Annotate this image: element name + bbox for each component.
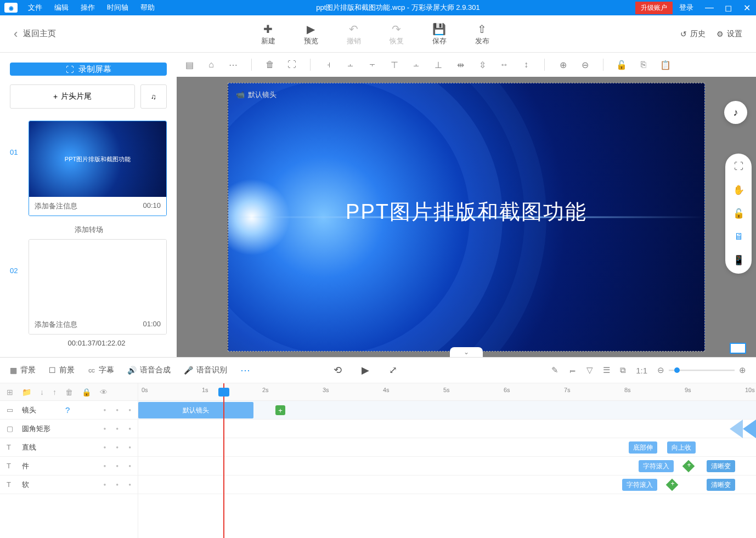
trash-icon[interactable]: 🗑 (65, 388, 73, 397)
display-icon[interactable]: 🖥 (734, 231, 743, 242)
menu-file[interactable]: 文件 (22, 3, 48, 13)
paste-icon[interactable]: 📋 (659, 60, 672, 70)
copy-icon[interactable]: ⎘ (637, 60, 650, 70)
timeline-ruler[interactable]: 0s1s2s3s4s5s6s7s8s9s10s (138, 383, 756, 401)
add-transition-button[interactable]: 添加转场 (29, 220, 149, 239)
slide-item-1[interactable]: 01 PPT图片排版和截图功能 添加备注信息00:10 (10, 121, 167, 216)
anim-tag[interactable]: 底部伸 (629, 441, 657, 454)
dist-v-icon[interactable]: ⇳ (476, 60, 488, 70)
playhead[interactable] (223, 383, 224, 538)
hand-icon[interactable]: ✋ (733, 184, 744, 196)
close-icon[interactable]: ✕ (737, 3, 756, 13)
anim-tag[interactable]: 字符滚入 (639, 460, 674, 472)
folder-icon[interactable]: 📁 (22, 388, 31, 397)
canvas-frame[interactable]: 📹默认镜头 PPT图片排版和截图功能 (228, 83, 705, 352)
zoom-in-icon[interactable]: ⊕ (739, 365, 746, 375)
funnel-icon[interactable]: ▽ (586, 365, 593, 375)
fullscreen-icon[interactable]: ⛶ (734, 161, 743, 172)
track-header[interactable]: T软●●● (0, 475, 138, 494)
collapse-handle[interactable]: ⌄ (450, 347, 483, 357)
up-icon[interactable]: ↑ (53, 388, 57, 397)
zoom-in-icon[interactable]: ⊕ (557, 60, 569, 70)
minimize-icon[interactable]: — (700, 3, 719, 13)
tab-前景[interactable]: ☐前景 (49, 365, 75, 375)
zoom-slider[interactable]: ⊖ ⊕ (657, 365, 746, 375)
align-right-icon[interactable]: ⫟ (366, 60, 379, 70)
home-icon[interactable]: ⌂ (205, 60, 217, 70)
eye-icon[interactable]: 👁 (100, 388, 108, 397)
slide-note[interactable]: 添加备注信息 (35, 201, 77, 211)
same-width-icon[interactable]: ↔ (498, 60, 510, 70)
menu-action[interactable]: 操作 (75, 3, 101, 13)
publish-button[interactable]: ⇧发布 (475, 22, 489, 46)
tab-背景[interactable]: ▦背景 (10, 365, 36, 375)
unlock-icon[interactable]: 🔓 (616, 60, 628, 70)
fit-icon[interactable]: ⧉ (620, 365, 626, 375)
delete-icon[interactable]: 🗑 (264, 60, 276, 70)
tab-字幕[interactable]: ㏄字幕 (88, 365, 114, 375)
keyframe-icon[interactable] (666, 479, 679, 491)
music-button[interactable]: ♫ (140, 84, 167, 109)
intro-outro-button[interactable]: +片头片尾 (10, 84, 135, 109)
align-center-icon[interactable]: ⫠ (345, 60, 357, 70)
canvas-headline[interactable]: PPT图片排版和截图功能 (346, 197, 587, 225)
same-height-icon[interactable]: ↕ (520, 60, 532, 70)
track-row[interactable]: 字符滚入 清晰变 (138, 457, 756, 475)
track-header[interactable]: T直线●●● (0, 438, 138, 457)
help-icon[interactable]: ? (65, 405, 70, 415)
music-fab[interactable]: ♪ (724, 101, 747, 124)
settings-button[interactable]: ⚙设置 (716, 29, 742, 39)
align-left-icon[interactable]: ⫞ (323, 60, 335, 70)
aspect-indicator[interactable] (730, 343, 746, 354)
play-icon[interactable]: ▶ (362, 364, 369, 376)
crop-icon[interactable]: ⛶ (286, 60, 298, 70)
lock-icon[interactable]: 🔒 (82, 388, 91, 397)
add-keyframe-icon[interactable]: + (275, 405, 285, 415)
lock-icon[interactable]: 🔓 (733, 208, 744, 219)
ratio-icon[interactable]: 1:1 (636, 366, 647, 375)
tab-语音识别[interactable]: 🎤语音识别 (184, 365, 227, 375)
more-icon[interactable]: ⋯ (227, 60, 239, 70)
track-row[interactable]: 底部伸 向上收 (138, 438, 756, 457)
edit-icon[interactable]: ✎ (551, 365, 558, 375)
anim-tag[interactable]: 清晰变 (707, 460, 735, 472)
track-header[interactable]: ▢圆角矩形●●● (0, 420, 138, 438)
track-row[interactable]: 字符滚入 清晰变 (138, 475, 756, 494)
filter-icon[interactable]: ⫭ (568, 366, 577, 375)
record-screen-button[interactable]: ⛶录制屏幕 (10, 63, 167, 76)
anim-tag[interactable]: 向上收 (667, 441, 696, 454)
layer-icon[interactable]: ▤ (183, 60, 195, 70)
align-top-icon[interactable]: ⊤ (388, 60, 400, 70)
history-button[interactable]: ↺历史 (680, 29, 706, 39)
track-header[interactable]: ▭镜头?●●● (0, 401, 138, 420)
new-button[interactable]: ✚新建 (261, 22, 275, 46)
tab-语音合成[interactable]: 🔊语音合成 (127, 365, 171, 375)
expand-icon[interactable]: ⤢ (389, 364, 397, 376)
maximize-icon[interactable]: ◻ (719, 3, 737, 13)
zoom-out-icon[interactable]: ⊖ (579, 60, 591, 70)
keyframe-icon[interactable] (682, 460, 695, 473)
align-bottom-icon[interactable]: ⊥ (432, 60, 444, 70)
add-track-icon[interactable]: ⊞ (7, 388, 13, 397)
anim-tag[interactable]: 字符滚入 (622, 479, 657, 491)
rewind-icon[interactable]: ⟲ (334, 364, 342, 376)
zoom-out-icon[interactable]: ⊖ (657, 365, 664, 375)
dist-h-icon[interactable]: ⇹ (454, 60, 466, 70)
align-middle-icon[interactable]: ⫠ (410, 60, 422, 70)
anim-tag[interactable]: 清晰变 (707, 479, 735, 491)
track-row[interactable] (138, 420, 756, 438)
track-header[interactable]: T件●●● (0, 457, 138, 475)
list-icon[interactable]: ☰ (603, 365, 610, 375)
menu-timeline[interactable]: 时间轴 (101, 3, 134, 13)
track-row-shot[interactable]: 默认镜头 + (138, 401, 756, 420)
preview-button[interactable]: ▶预览 (304, 22, 318, 46)
slide-item-2[interactable]: 02 添加备注信息01:00 (10, 239, 167, 335)
login-button[interactable]: 登录 (673, 3, 700, 13)
menu-edit[interactable]: 编辑 (48, 3, 75, 13)
timeline-area[interactable]: 0s1s2s3s4s5s6s7s8s9s10s 默认镜头 + 底部伸 向上收 字… (138, 383, 756, 538)
down-icon[interactable]: ↓ (40, 388, 44, 397)
shot-clip[interactable]: 默认镜头 (138, 402, 253, 418)
slide-note[interactable]: 添加备注信息 (35, 320, 77, 330)
mobile-icon[interactable]: 📱 (733, 254, 744, 266)
back-button[interactable]: 返回主页 (0, 27, 70, 41)
